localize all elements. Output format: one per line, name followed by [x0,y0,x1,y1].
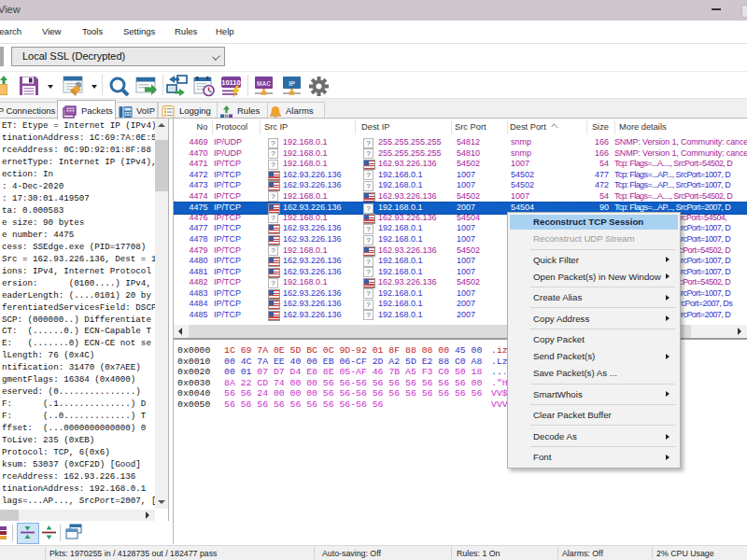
svg-text:IP: IP [289,80,295,87]
svg-text:MAC: MAC [257,80,271,87]
svg-text:10110: 10110 [221,78,240,87]
